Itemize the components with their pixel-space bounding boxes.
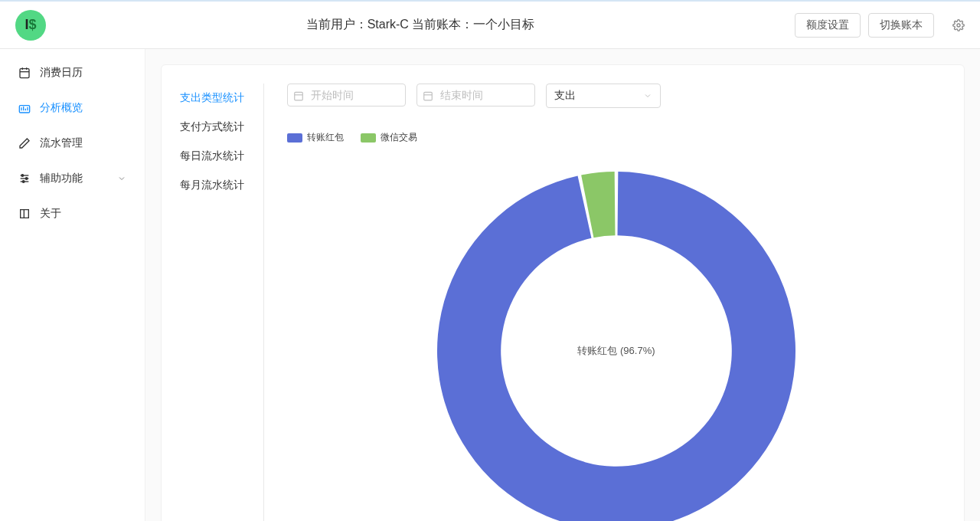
edit-icon <box>18 137 31 149</box>
donut-svg <box>417 152 815 521</box>
legend-label: 转账红包 <box>307 131 344 144</box>
type-select[interactable]: 支出 <box>546 84 661 108</box>
tab-payment-method[interactable]: 支付方式统计 <box>180 113 256 142</box>
sidebar-item-calendar[interactable]: 消费日历 <box>0 55 145 90</box>
sidebar-item-label: 消费日历 <box>40 66 83 80</box>
header: I$ 当前用户：Stark-C 当前账本：一个小目标 额度设置 切换账本 <box>0 0 980 49</box>
legend-item-wechat[interactable]: 微信交易 <box>361 131 417 144</box>
svg-point-9 <box>21 175 24 177</box>
legend-swatch <box>361 133 376 143</box>
chevron-down-icon <box>117 174 126 183</box>
sidebar-item-label: 分析概览 <box>40 101 83 115</box>
sidebar-item-label: 关于 <box>40 207 61 221</box>
end-date-input[interactable] <box>416 84 535 108</box>
calendar-icon <box>423 90 433 101</box>
sidebar-item-transactions[interactable]: 流水管理 <box>0 126 145 161</box>
content-area: 支出类型统计 支付方式统计 每日流水统计 每月流水统计 支出 <box>145 49 980 521</box>
svg-point-11 <box>22 181 24 183</box>
select-value: 支出 <box>554 89 576 103</box>
tab-monthly-flow[interactable]: 每月流水统计 <box>180 171 256 200</box>
svg-point-0 <box>957 24 960 27</box>
sidebar-item-analytics[interactable]: 分析概览 <box>0 90 145 126</box>
sidebar: 消费日历 分析概览 流水管理 辅助功能 关于 <box>0 49 145 521</box>
tab-expense-type[interactable]: 支出类型统计 <box>180 84 256 113</box>
sidebar-item-tools[interactable]: 辅助功能 <box>0 161 145 196</box>
sliders-icon <box>18 172 31 185</box>
chart-legend: 转账红包 微信交易 <box>287 131 946 144</box>
header-title: 当前用户：Stark-C 当前账本：一个小目标 <box>46 17 795 33</box>
legend-item-transfer[interactable]: 转账红包 <box>287 131 344 144</box>
header-actions: 额度设置 切换账本 <box>795 13 965 38</box>
tab-daily-flow[interactable]: 每日流水统计 <box>180 142 256 171</box>
stat-tabs: 支出类型统计 支付方式统计 每日流水统计 每月流水统计 <box>180 84 264 521</box>
start-date-input[interactable] <box>287 84 406 108</box>
book-icon <box>18 208 31 220</box>
gear-icon[interactable] <box>952 19 965 31</box>
sidebar-item-about[interactable]: 关于 <box>0 196 145 231</box>
quota-settings-button[interactable]: 额度设置 <box>795 13 861 38</box>
analytics-card: 支出类型统计 支付方式统计 每日流水统计 每月流水统计 支出 <box>161 64 965 521</box>
legend-label: 微信交易 <box>381 131 417 144</box>
switch-ledger-button[interactable]: 切换账本 <box>868 13 934 38</box>
svg-rect-12 <box>295 92 303 100</box>
legend-swatch <box>287 133 302 143</box>
calendar-icon <box>293 90 304 101</box>
main-panel: 支出 转账红包 微信交易 转账红包 (96.7 <box>287 84 946 521</box>
svg-rect-1 <box>20 69 29 78</box>
app-logo: I$ <box>15 10 46 41</box>
filter-row: 支出 <box>287 84 946 108</box>
end-date-field[interactable] <box>416 84 535 106</box>
chevron-down-icon <box>643 91 652 100</box>
svg-rect-14 <box>424 92 433 100</box>
dashboard-icon <box>18 102 31 114</box>
sidebar-item-label: 辅助功能 <box>40 172 83 185</box>
chart-center-label: 转账红包 (96.7%) <box>577 344 655 358</box>
svg-point-10 <box>25 178 28 180</box>
donut-chart: 转账红包 (96.7%) <box>287 152 946 521</box>
start-date-field[interactable] <box>287 84 406 106</box>
calendar-icon <box>18 67 31 79</box>
sidebar-item-label: 流水管理 <box>40 136 83 150</box>
